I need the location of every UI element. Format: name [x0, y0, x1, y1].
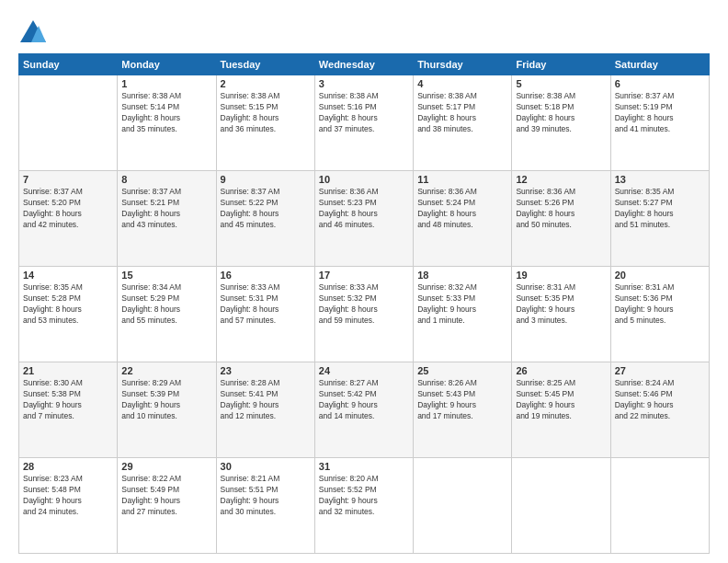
calendar-week-row: 28Sunrise: 8:23 AMSunset: 5:48 PMDayligh… [19, 458, 710, 554]
cell-date-number: 16 [221, 270, 311, 281]
cell-info: Sunrise: 8:28 AMSunset: 5:41 PMDaylight:… [221, 378, 311, 422]
cell-info: Sunrise: 8:37 AMSunset: 5:19 PMDaylight:… [615, 91, 705, 135]
cell-info: Sunrise: 8:38 AMSunset: 5:17 PMDaylight:… [417, 91, 507, 135]
cell-date-number: 27 [615, 365, 705, 376]
calendar-cell: 30Sunrise: 8:21 AMSunset: 5:51 PMDayligh… [216, 458, 314, 554]
cell-info: Sunrise: 8:37 AMSunset: 5:22 PMDaylight:… [221, 187, 311, 231]
cell-info: Sunrise: 8:33 AMSunset: 5:31 PMDaylight:… [221, 282, 311, 327]
cell-date-number: 22 [121, 365, 211, 376]
calendar-cell: 27Sunrise: 8:24 AMSunset: 5:46 PMDayligh… [610, 362, 709, 458]
logo [18, 18, 51, 44]
col-tuesday: Tuesday [216, 54, 314, 75]
calendar-week-row: 14Sunrise: 8:35 AMSunset: 5:28 PMDayligh… [19, 267, 710, 362]
cell-info: Sunrise: 8:22 AMSunset: 5:49 PMDaylight:… [121, 474, 211, 518]
cell-info: Sunrise: 8:37 AMSunset: 5:20 PMDaylight:… [23, 187, 113, 231]
cell-info: Sunrise: 8:34 AMSunset: 5:29 PMDaylight:… [121, 282, 211, 327]
cell-date-number: 28 [23, 461, 113, 472]
calendar-week-row: 7Sunrise: 8:37 AMSunset: 5:20 PMDaylight… [19, 171, 710, 267]
calendar-cell: 4Sunrise: 8:38 AMSunset: 5:17 PMDaylight… [414, 75, 512, 171]
cell-info: Sunrise: 8:30 AMSunset: 5:38 PMDaylight:… [23, 378, 113, 422]
cell-info: Sunrise: 8:38 AMSunset: 5:18 PMDaylight:… [516, 91, 606, 135]
cell-info: Sunrise: 8:37 AMSunset: 5:21 PMDaylight:… [121, 187, 211, 231]
cell-info: Sunrise: 8:38 AMSunset: 5:14 PMDaylight:… [121, 91, 211, 135]
cell-info: Sunrise: 8:36 AMSunset: 5:23 PMDaylight:… [319, 187, 409, 231]
cell-date-number: 31 [319, 461, 409, 472]
cell-info: Sunrise: 8:25 AMSunset: 5:45 PMDaylight:… [516, 378, 606, 422]
calendar-cell: 7Sunrise: 8:37 AMSunset: 5:20 PMDaylight… [19, 171, 118, 267]
cell-date-number: 10 [319, 174, 409, 185]
calendar-cell: 17Sunrise: 8:33 AMSunset: 5:32 PMDayligh… [314, 267, 413, 362]
calendar-cell: 13Sunrise: 8:35 AMSunset: 5:27 PMDayligh… [610, 171, 709, 267]
cell-date-number: 17 [319, 270, 409, 281]
cell-date-number: 26 [516, 365, 606, 376]
calendar-cell: 19Sunrise: 8:31 AMSunset: 5:35 PMDayligh… [512, 267, 610, 362]
cell-info: Sunrise: 8:23 AMSunset: 5:48 PMDaylight:… [23, 474, 113, 518]
cell-date-number: 25 [417, 365, 507, 376]
col-wednesday: Wednesday [314, 54, 413, 75]
calendar-cell: 26Sunrise: 8:25 AMSunset: 5:45 PMDayligh… [512, 362, 610, 458]
calendar-cell: 11Sunrise: 8:36 AMSunset: 5:24 PMDayligh… [414, 171, 512, 267]
cell-date-number: 13 [615, 174, 705, 185]
cell-date-number: 14 [23, 270, 113, 281]
calendar-cell: 5Sunrise: 8:38 AMSunset: 5:18 PMDaylight… [512, 75, 610, 171]
logo-icon [18, 18, 48, 44]
cell-info: Sunrise: 8:35 AMSunset: 5:27 PMDaylight:… [615, 187, 705, 231]
cell-date-number: 30 [221, 461, 311, 472]
cell-info: Sunrise: 8:26 AMSunset: 5:43 PMDaylight:… [417, 378, 507, 422]
calendar-cell: 29Sunrise: 8:22 AMSunset: 5:49 PMDayligh… [118, 458, 216, 554]
calendar-cell: 20Sunrise: 8:31 AMSunset: 5:36 PMDayligh… [610, 267, 709, 362]
cell-info: Sunrise: 8:24 AMSunset: 5:46 PMDaylight:… [615, 378, 705, 422]
col-sunday: Sunday [19, 54, 118, 75]
cell-info: Sunrise: 8:32 AMSunset: 5:33 PMDaylight:… [417, 282, 507, 327]
calendar-week-row: 21Sunrise: 8:30 AMSunset: 5:38 PMDayligh… [19, 362, 710, 458]
cell-info: Sunrise: 8:36 AMSunset: 5:24 PMDaylight:… [417, 187, 507, 231]
calendar-week-row: 1Sunrise: 8:38 AMSunset: 5:14 PMDaylight… [19, 75, 710, 171]
calendar-table: Sunday Monday Tuesday Wednesday Thursday… [18, 53, 710, 554]
calendar-cell: 18Sunrise: 8:32 AMSunset: 5:33 PMDayligh… [414, 267, 512, 362]
calendar-cell: 15Sunrise: 8:34 AMSunset: 5:29 PMDayligh… [118, 267, 216, 362]
header-row: Sunday Monday Tuesday Wednesday Thursday… [19, 54, 710, 75]
col-thursday: Thursday [414, 54, 512, 75]
header [18, 18, 710, 44]
cell-info: Sunrise: 8:38 AMSunset: 5:15 PMDaylight:… [221, 91, 311, 135]
calendar-cell: 10Sunrise: 8:36 AMSunset: 5:23 PMDayligh… [314, 171, 413, 267]
cell-info: Sunrise: 8:29 AMSunset: 5:39 PMDaylight:… [121, 378, 211, 422]
cell-date-number: 20 [615, 270, 705, 281]
cell-info: Sunrise: 8:21 AMSunset: 5:51 PMDaylight:… [221, 474, 311, 518]
cell-date-number: 18 [417, 270, 507, 281]
col-monday: Monday [118, 54, 216, 75]
cell-info: Sunrise: 8:27 AMSunset: 5:42 PMDaylight:… [319, 378, 409, 422]
cell-date-number: 7 [23, 174, 113, 185]
col-friday: Friday [512, 54, 610, 75]
cell-date-number: 21 [23, 365, 113, 376]
calendar-cell: 12Sunrise: 8:36 AMSunset: 5:26 PMDayligh… [512, 171, 610, 267]
cell-date-number: 6 [615, 78, 705, 89]
calendar-cell [610, 458, 709, 554]
calendar-cell: 22Sunrise: 8:29 AMSunset: 5:39 PMDayligh… [118, 362, 216, 458]
calendar-cell: 14Sunrise: 8:35 AMSunset: 5:28 PMDayligh… [19, 267, 118, 362]
calendar-cell: 24Sunrise: 8:27 AMSunset: 5:42 PMDayligh… [314, 362, 413, 458]
calendar-cell: 25Sunrise: 8:26 AMSunset: 5:43 PMDayligh… [414, 362, 512, 458]
cell-info: Sunrise: 8:38 AMSunset: 5:16 PMDaylight:… [319, 91, 409, 135]
cell-date-number: 2 [221, 78, 311, 89]
calendar-cell: 31Sunrise: 8:20 AMSunset: 5:52 PMDayligh… [314, 458, 413, 554]
cell-date-number: 23 [221, 365, 311, 376]
cell-date-number: 8 [121, 174, 211, 185]
cell-date-number: 19 [516, 270, 606, 281]
cell-info: Sunrise: 8:33 AMSunset: 5:32 PMDaylight:… [319, 282, 409, 327]
page: Sunday Monday Tuesday Wednesday Thursday… [0, 0, 728, 563]
calendar-cell [512, 458, 610, 554]
cell-date-number: 12 [516, 174, 606, 185]
calendar-cell: 9Sunrise: 8:37 AMSunset: 5:22 PMDaylight… [216, 171, 314, 267]
calendar-cell: 23Sunrise: 8:28 AMSunset: 5:41 PMDayligh… [216, 362, 314, 458]
cell-date-number: 11 [417, 174, 507, 185]
col-saturday: Saturday [610, 54, 709, 75]
cell-info: Sunrise: 8:36 AMSunset: 5:26 PMDaylight:… [516, 187, 606, 231]
calendar-cell: 2Sunrise: 8:38 AMSunset: 5:15 PMDaylight… [216, 75, 314, 171]
cell-date-number: 24 [319, 365, 409, 376]
cell-date-number: 1 [121, 78, 211, 89]
calendar-cell: 1Sunrise: 8:38 AMSunset: 5:14 PMDaylight… [118, 75, 216, 171]
calendar-cell [19, 75, 118, 171]
calendar-cell: 28Sunrise: 8:23 AMSunset: 5:48 PMDayligh… [19, 458, 118, 554]
cell-date-number: 5 [516, 78, 606, 89]
